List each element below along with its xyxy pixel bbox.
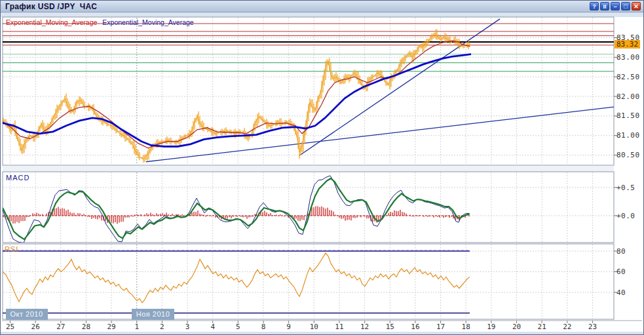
title-bar[interactable]: График USD /JPY ЧАС ? II – □ ✕ (1, 1, 643, 12)
x-axis-day-label: 25 (2, 323, 19, 331)
x-axis-day-label: 11 (331, 323, 348, 331)
month-label-oct: Окт 2010 (6, 309, 48, 320)
price-axis-label: 81.00 (616, 131, 640, 140)
x-axis-day-label: 18 (457, 323, 474, 331)
price-axis-label: 83.50 (616, 33, 640, 42)
macd-panel-label: MACD (6, 174, 29, 182)
x-axis-day-label: 1 (128, 323, 145, 331)
ema-slow-label: Exponential_Moving_Average (102, 18, 193, 26)
app-window: График USD /JPY ЧАС ? II – □ ✕ Exponenti… (0, 0, 644, 335)
ema-fast-label: Exponential_Moving_Average (6, 18, 97, 26)
price-axis-label: 81.50 (616, 111, 640, 120)
macd-axis-label: +0.5 (616, 184, 635, 192)
price-axis-label: 80.50 (616, 151, 640, 159)
close-button-icon[interactable]: ✕ (632, 2, 641, 10)
pause-button-icon[interactable]: II (600, 2, 609, 10)
window-controls: ? II – □ ✕ (590, 2, 641, 10)
price-axis-label: 82.00 (616, 92, 640, 101)
x-axis-day-label: 29 (103, 323, 120, 331)
x-axis-day-label: 5 (229, 323, 246, 331)
price-axis-label: 83.00 (616, 53, 640, 62)
x-axis-day-label: 21 (533, 323, 550, 331)
x-axis-day-label: 10 (305, 323, 322, 331)
minimize-button-icon[interactable]: – (611, 2, 620, 10)
status-bar (1, 331, 643, 335)
x-axis-day-label: 26 (27, 323, 44, 331)
x-axis-day-label: 28 (77, 323, 94, 331)
ema-labels: Exponential_Moving_Average Exponential_M… (6, 18, 194, 26)
x-axis-day-label: 3 (179, 323, 196, 331)
rsi-axis-label: 40 (616, 288, 626, 297)
x-axis-day-label: 2 (153, 323, 170, 331)
price-axis-label: 82.50 (616, 73, 640, 81)
x-axis-day-label: 22 (559, 323, 576, 331)
maximize-button-icon[interactable]: □ (621, 2, 630, 10)
x-axis-day-label: 19 (483, 323, 500, 331)
x-axis-day-label: 16 (407, 323, 424, 331)
x-axis-day-label: 20 (508, 323, 525, 331)
x-axis-day-label: 9 (280, 323, 297, 331)
window-title: График USD /JPY ЧАС (5, 2, 97, 11)
x-axis-day-label: 23 (584, 323, 601, 331)
rsi-axis-label: 60 (616, 267, 626, 276)
chart-canvas[interactable] (1, 1, 644, 335)
x-axis-day-label: 27 (52, 323, 69, 331)
x-axis-day-label: 15 (381, 323, 398, 331)
x-axis-day-label: 12 (356, 323, 373, 331)
macd-axis-label: +0.0 (616, 212, 635, 220)
help-button-icon[interactable]: ? (590, 2, 599, 10)
rsi-axis-label: 80 (616, 247, 626, 256)
x-axis-day-label: 8 (255, 323, 272, 331)
x-axis-day-label: 4 (204, 323, 221, 331)
x-axis-day-label: 17 (432, 323, 449, 331)
rsi-panel-label: RSI (5, 245, 18, 253)
month-label-nov: Ноя 2010 (132, 309, 175, 320)
